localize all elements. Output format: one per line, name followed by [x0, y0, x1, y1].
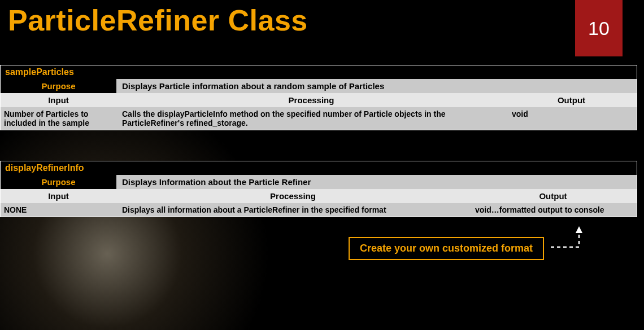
- purpose-row: Purpose Displays Particle information ab…: [1, 79, 637, 93]
- output-cell: void…formatted output to console: [469, 203, 637, 217]
- callout-box: Create your own customized format: [349, 237, 544, 260]
- header-input: Input: [1, 93, 116, 107]
- processing-cell: Displays all information about a Particl…: [116, 203, 469, 217]
- slide-title: ParticleRefiner Class: [8, 3, 308, 37]
- header-processing: Processing: [116, 93, 506, 107]
- header-output: Output: [469, 189, 637, 203]
- purpose-text: Displays Information about the Particle …: [116, 175, 637, 189]
- method-block-sampleparticles: sampleParticles Purpose Displays Particl…: [0, 65, 637, 130]
- method-block-displayrefinerinfo: displayRefinerInfo Purpose Displays Info…: [0, 161, 637, 217]
- input-cell: Number of Particles to included in the s…: [1, 107, 116, 130]
- processing-cell: Calls the displayParticleInfo method on …: [116, 107, 506, 130]
- purpose-label: Purpose: [1, 79, 116, 93]
- method-name: sampleParticles: [1, 65, 637, 79]
- purpose-row: Purpose Displays Information about the P…: [1, 175, 637, 189]
- header-input: Input: [1, 189, 116, 203]
- header-row: Input Processing Output: [1, 189, 637, 203]
- method-name: displayRefinerInfo: [1, 161, 637, 175]
- callout-connector-arrow: [548, 223, 593, 248]
- data-row: NONE Displays all information about a Pa…: [1, 203, 637, 217]
- output-cell: void: [506, 107, 637, 130]
- header-output: Output: [506, 93, 637, 107]
- purpose-text: Displays Particle information about a ra…: [116, 79, 637, 93]
- input-cell: NONE: [1, 203, 116, 217]
- purpose-label: Purpose: [1, 175, 116, 189]
- header-processing: Processing: [116, 189, 469, 203]
- header-row: Input Processing Output: [1, 93, 637, 107]
- page-number-badge: 10: [575, 0, 623, 56]
- data-row: Number of Particles to included in the s…: [1, 107, 637, 130]
